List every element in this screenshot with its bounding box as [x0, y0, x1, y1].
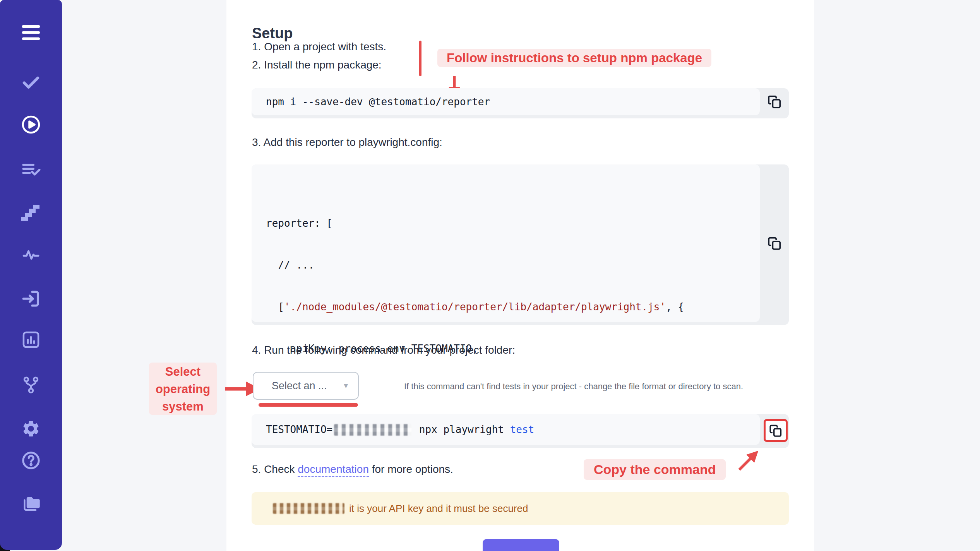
copy-icon [769, 424, 782, 437]
sidebar-item-import[interactable] [21, 289, 41, 309]
sidebar-item-settings[interactable] [21, 419, 41, 439]
step-5: 5. Check documentation for more options. [252, 463, 453, 476]
copy-icon [768, 95, 781, 109]
activity-icon [22, 245, 40, 264]
annotation-copy-command: Copy the command [584, 459, 726, 480]
finish-button-label: Finish [511, 549, 543, 551]
run-command: TESTOMATIO= npx playwright test [266, 424, 534, 436]
annotation-follow-instructions: Follow instructions to setup npm package [437, 49, 711, 67]
sidebar-item-runs[interactable] [21, 115, 41, 135]
scan-hint-text: If this command can't find tests in your… [404, 382, 743, 392]
help-circle-icon [21, 450, 41, 471]
masked-api-key [334, 424, 411, 436]
git-fork-icon [22, 376, 40, 394]
code-block-reporter-config: reporter: [ // ... ['./node_modules/@tes… [252, 164, 789, 325]
annotation-vertical-line [419, 41, 421, 76]
step-4: 4. Run the following command from your p… [252, 344, 515, 357]
stairs-icon [21, 202, 41, 222]
play-circle-icon [21, 115, 41, 135]
annotation-select-os: Select operating system [149, 363, 217, 415]
sidebar-item-pulse[interactable] [21, 245, 41, 265]
documentation-link[interactable]: documentation [298, 463, 369, 477]
bar-chart-icon [21, 330, 41, 350]
finish-button[interactable]: ✓ Finish [483, 539, 559, 551]
code-block-run-command: TESTOMATIO= npx playwright test [252, 414, 789, 448]
sidebar-item-help[interactable] [21, 450, 41, 471]
page-title: Setup [252, 25, 293, 42]
check-icon: ✓ [499, 549, 508, 551]
annotation-underline [259, 403, 358, 407]
step-1: 1. Open a project with tests. [252, 40, 386, 53]
step-2: 2. Install the npm package: [252, 58, 382, 72]
copy-button[interactable] [760, 88, 789, 115]
sidebar-item-test-plans[interactable] [21, 159, 41, 180]
sidebar-item-tests[interactable] [21, 72, 41, 92]
os-select-value: Select an ... [272, 380, 327, 392]
sidebar-item-milestones[interactable] [21, 202, 41, 222]
annotation-copy-highlight[interactable] [764, 419, 788, 442]
import-icon [21, 288, 41, 309]
menu-icon[interactable] [22, 25, 40, 40]
copy-button[interactable] [760, 164, 789, 322]
arrow-up-right-icon [735, 445, 766, 476]
sidebar-item-projects[interactable] [21, 492, 41, 512]
npm-install-command: npm i --save-dev @testomatio/reporter [266, 96, 490, 108]
gear-icon [21, 419, 41, 438]
api-key-warning: it is your API key and it must be secure… [252, 492, 789, 525]
sidebar [0, 0, 62, 550]
list-checks-icon [21, 160, 41, 179]
copy-icon [768, 236, 781, 250]
code-string-path: './node_modules/@testomatio/reporter/lib… [284, 301, 666, 313]
folders-icon [21, 491, 41, 513]
masked-api-key [273, 503, 344, 514]
check-icon [21, 73, 41, 92]
sidebar-item-branches[interactable] [21, 375, 41, 395]
api-key-warning-text: it is your API key and it must be secure… [349, 503, 528, 515]
step-3: 3. Add this reporter to playwright.confi… [252, 136, 442, 149]
os-select-dropdown[interactable]: Select an ... ▼ [253, 372, 359, 400]
chevron-down-icon: ▼ [342, 382, 350, 390]
sidebar-item-analytics[interactable] [21, 330, 41, 350]
code-block-npm-install: npm i --save-dev @testomatio/reporter [252, 88, 789, 118]
command-test-keyword: test [510, 424, 535, 435]
